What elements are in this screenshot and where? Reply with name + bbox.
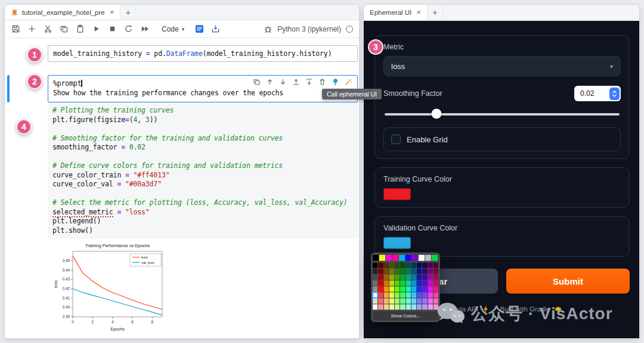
notebook-tab[interactable]: tutorial_example_hotel_pre × xyxy=(5,5,120,20)
run-all-icon[interactable] xyxy=(140,24,149,34)
active-cell-indicator xyxy=(7,75,10,102)
watermark-text: 公众号 · VisActor xyxy=(471,303,613,325)
svg-text:0.41: 0.41 xyxy=(63,296,70,300)
svg-text:0.42: 0.42 xyxy=(63,286,70,291)
enable-grid-label: Enable Grid xyxy=(407,135,448,144)
color-grid[interactable] xyxy=(373,263,438,310)
toc-icon[interactable] xyxy=(194,24,204,34)
number-stepper-icon[interactable] xyxy=(609,88,620,100)
svg-text:0: 0 xyxy=(72,320,74,324)
metric-dropdown[interactable]: loss ▾ xyxy=(383,56,621,76)
smoothing-number-input[interactable]: 0.02 xyxy=(574,86,621,101)
gradio-tab-bar: Ephemeral UI × + xyxy=(364,5,639,20)
svg-text:4: 4 xyxy=(112,320,114,324)
insert-above-icon[interactable] xyxy=(292,77,300,86)
smoothing-value: 0.02 xyxy=(580,89,594,98)
svg-text:0.45: 0.45 xyxy=(63,258,70,263)
delete-cell-icon[interactable] xyxy=(318,77,326,86)
cell-toolbar xyxy=(251,77,354,86)
training-color-label: Training Curve Color xyxy=(383,175,621,183)
validation-color-swatch[interactable] xyxy=(383,237,411,249)
new-tab-button[interactable]: + xyxy=(120,5,136,20)
metric-value: loss xyxy=(391,62,405,71)
prompt-cell[interactable]: %promptShow how the training performance… xyxy=(48,75,358,102)
paste-icon[interactable] xyxy=(75,24,85,34)
controls-group: Metric loss ▾ Smoothing Factor 0.02 Enab… xyxy=(374,35,630,159)
enable-grid-row[interactable]: Enable Grid xyxy=(383,127,621,151)
svg-text:0.40: 0.40 xyxy=(63,305,70,309)
cell-type-label: Code xyxy=(162,25,179,33)
lightbulb-icon[interactable] xyxy=(331,77,339,86)
jupyter-tab-bar: tutorial_example_hotel_pre × + xyxy=(5,5,359,20)
svg-text:2: 2 xyxy=(92,320,94,324)
export-icon[interactable] xyxy=(210,24,220,34)
jupyter-logo-icon xyxy=(11,8,18,16)
cell-type-dropdown[interactable]: Code ▾ xyxy=(158,24,188,35)
training-color-swatch[interactable] xyxy=(383,188,411,200)
save-icon[interactable] xyxy=(11,24,20,34)
watermark: 公众号 · VisActor xyxy=(436,301,613,326)
annotation-badge-2: 2 xyxy=(27,74,42,89)
annotation-badge-1: 1 xyxy=(27,47,42,63)
code-cell-4-editor[interactable]: # Plotting the training curvesplt.figure… xyxy=(52,106,353,235)
kernel-status-icon xyxy=(346,26,353,33)
svg-text:0.39: 0.39 xyxy=(63,314,70,319)
move-up-icon[interactable] xyxy=(265,77,274,86)
code-cell-1[interactable]: model_training_history = pd.DataFrame(mo… xyxy=(48,45,358,62)
chevron-down-icon: ▾ xyxy=(610,63,613,70)
smoothing-slider[interactable] xyxy=(385,108,620,119)
restart-kernel-icon[interactable] xyxy=(123,24,133,34)
wechat-icon xyxy=(436,301,465,326)
kernel-name[interactable]: Python 3 (ipykernel) xyxy=(277,25,341,33)
jupyter-window: tutorial_example_hotel_pre × + Code ▾ Py… xyxy=(5,5,359,338)
output-chart-svg: 0.390.400.410.420.430.440.4502468Trainin… xyxy=(52,242,166,332)
metric-label: Metric xyxy=(383,43,621,51)
chevron-down-icon: ▾ xyxy=(182,26,185,32)
color-top-row[interactable] xyxy=(373,255,438,261)
enable-grid-checkbox[interactable] xyxy=(391,135,401,144)
tooltip: Call ephemeral UI xyxy=(322,89,382,99)
svg-text:0.43: 0.43 xyxy=(63,277,70,281)
submit-button[interactable]: Submit xyxy=(506,269,630,294)
ephemeral-ui-tab[interactable]: Ephemeral UI × xyxy=(364,5,428,20)
notebook-tab-title: tutorial_example_hotel_pre xyxy=(22,9,105,16)
svg-text:0.44: 0.44 xyxy=(63,268,70,272)
run-icon[interactable] xyxy=(91,24,101,34)
smoothing-label: Smoothing Factor xyxy=(383,89,442,98)
ephemeral-ui-tab-title: Ephemeral UI xyxy=(370,9,411,16)
new-tab-button[interactable]: + xyxy=(428,5,443,20)
svg-text:val_loss: val_loss xyxy=(141,261,154,264)
slider-thumb[interactable] xyxy=(431,109,441,119)
svg-text:loss: loss xyxy=(54,280,58,288)
svg-text:8: 8 xyxy=(151,320,154,324)
annotation-badge-4: 4 xyxy=(16,119,32,135)
svg-text:6: 6 xyxy=(131,320,134,324)
cut-icon[interactable] xyxy=(43,24,52,34)
tab-close-icon[interactable]: × xyxy=(110,8,114,17)
stop-icon[interactable] xyxy=(107,24,117,34)
svg-text:Training Performance vs Epochs: Training Performance vs Epochs xyxy=(85,243,150,248)
copy-icon[interactable] xyxy=(59,24,69,34)
validation-color-label: Validation Curve Color xyxy=(383,224,621,232)
validation-color-group: Validation Curve Color xyxy=(374,216,630,257)
show-colors-button[interactable]: Show Colors... xyxy=(373,311,438,320)
duplicate-cell-icon[interactable] xyxy=(252,77,261,86)
notebook-toolbar: Code ▾ Python 3 (ipykernel) xyxy=(5,20,359,38)
annotation-badge-3: 3 xyxy=(368,39,383,55)
code-cell-4[interactable]: # Plotting the training curvesplt.figure… xyxy=(48,102,358,239)
magic-wand-icon[interactable] xyxy=(344,77,352,86)
insert-below-icon[interactable] xyxy=(305,77,313,86)
cell-output-chart: 0.390.400.410.420.430.440.4502468Trainin… xyxy=(52,242,166,335)
tab-close-icon[interactable]: × xyxy=(416,8,421,17)
insert-cell-icon[interactable] xyxy=(27,24,36,34)
color-picker-popup: Show Colors... xyxy=(371,252,440,322)
smoothing-row: Smoothing Factor 0.02 xyxy=(383,86,621,101)
training-color-group: Training Curve Color xyxy=(374,167,630,208)
move-down-icon[interactable] xyxy=(278,77,287,86)
svg-text:Epochs: Epochs xyxy=(110,327,125,332)
svg-text:loss: loss xyxy=(141,255,148,259)
code-cell-1-editor[interactable]: model_training_history = pd.DataFrame(mo… xyxy=(53,49,352,59)
slider-track[interactable] xyxy=(385,113,620,116)
bug-icon[interactable] xyxy=(263,24,273,34)
